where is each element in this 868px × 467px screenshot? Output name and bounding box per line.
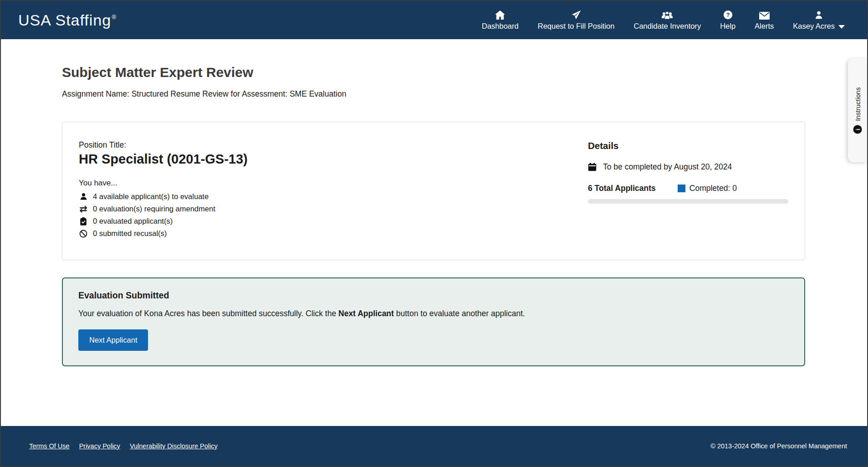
nav-item-dashboard[interactable]: Dashboard: [472, 10, 528, 31]
help-icon: ?: [723, 10, 733, 20]
user-name: Kasey Acres: [793, 22, 835, 31]
vulnerability-disclosure-policy-link[interactable]: Vulnerability Disclosure Policy: [130, 442, 218, 450]
home-icon: [495, 10, 505, 20]
instructions-tab-content: i Instructions: [853, 87, 862, 133]
due-date-text: To be completed by August 20, 2024: [603, 162, 732, 172]
instructions-tab[interactable]: i Instructions: [848, 58, 867, 162]
position-card: Position Title: HR Specialist (0201-GS-1…: [62, 122, 805, 260]
nav-item-help[interactable]: ? Help: [710, 10, 745, 31]
completed-legend-swatch: [678, 185, 685, 192]
details-panel: Details To be completed by August 20, 20…: [588, 140, 788, 240]
stat-submitted-recusals: 0 submitted recusal(s): [79, 227, 588, 240]
footer-links: Terms Of Use Privacy Policy Vulnerabilit…: [29, 442, 218, 450]
applicants-progress-legend: 6 Total Applicants Completed: 0: [588, 184, 788, 193]
usa-staffing-logo[interactable]: USA Staffing®: [18, 11, 117, 29]
position-title-value: HR Specialist (0201-GS-13): [79, 152, 588, 167]
privacy-policy-link[interactable]: Privacy Policy: [79, 442, 120, 450]
details-heading: Details: [588, 140, 788, 151]
alert-message-bold: Next Applicant: [338, 309, 394, 318]
nav-label: Help: [720, 22, 735, 31]
total-applicants-label: 6 Total Applicants: [588, 184, 656, 193]
alert-message: Your evaluation of Kona Acres has been s…: [78, 309, 789, 318]
nav-item-request-to-fill-position[interactable]: Request to Fill Position: [528, 10, 624, 31]
stat-text: 4 available applicant(s) to evaluate: [93, 192, 209, 201]
svg-text:?: ?: [726, 11, 730, 18]
user-menu[interactable]: Kasey Acres: [783, 10, 854, 31]
person-icon: [79, 193, 88, 200]
instructions-tab-label: Instructions: [854, 87, 861, 121]
alert-heading: Evaluation Submitted: [78, 290, 789, 301]
alert-message-end: button to evaluate another applicant.: [394, 309, 525, 318]
stat-available-applicants: 4 available applicant(s) to evaluate: [79, 190, 588, 203]
ban-icon: [79, 230, 88, 238]
paper-plane-icon: [572, 10, 581, 20]
terms-of-use-link[interactable]: Terms Of Use: [29, 442, 70, 450]
stat-evaluated-applicants: 0 evaluated applicant(s): [79, 215, 588, 227]
assignment-name: Assignment Name: Structured Resume Revie…: [62, 89, 805, 99]
stat-text: 0 evaluated applicant(s): [93, 217, 173, 226]
you-have-label: You have...: [79, 179, 588, 188]
chevron-down-icon: [838, 25, 845, 29]
info-icon: i: [853, 125, 862, 133]
nav-label: Request to Fill Position: [538, 22, 615, 31]
completed-count-label: Completed: 0: [689, 184, 737, 193]
exchange-icon: ⇄: [79, 205, 88, 213]
nav-label: Candidate Inventory: [633, 22, 701, 31]
user-icon: [814, 10, 823, 20]
applicant-stats-list: 4 available applicant(s) to evaluate ⇄ 0…: [79, 190, 588, 240]
clipboard-check-icon: [79, 217, 88, 226]
evaluation-submitted-alert: Evaluation Submitted Your evaluation of …: [62, 277, 805, 366]
stat-text: 0 submitted recusal(s): [93, 229, 167, 238]
stat-evaluations-requiring-amendment: ⇄ 0 evaluation(s) requiring amendment: [79, 203, 588, 215]
copyright-text: © 2013-2024 Office of Personnel Manageme…: [710, 442, 847, 450]
main-nav: Dashboard Request to Fill Position: [472, 10, 854, 31]
nav-item-alerts[interactable]: Alerts: [745, 10, 783, 31]
app-window: USA Staffing® Dashboard Request to Fill …: [0, 0, 868, 467]
nav-item-candidate-inventory[interactable]: Candidate Inventory: [624, 10, 710, 31]
alert-message-start: Your evaluation of Kona Acres has been s…: [78, 309, 338, 318]
due-date-row: To be completed by August 20, 2024: [588, 162, 788, 172]
calendar-icon: [588, 163, 597, 171]
nav-label: Dashboard: [482, 22, 519, 31]
registered-mark: ®: [112, 14, 117, 21]
top-navbar: USA Staffing® Dashboard Request to Fill …: [1, 1, 867, 39]
envelope-icon: [759, 10, 770, 20]
main-content: Subject Matter Expert Review Assignment …: [1, 39, 867, 366]
position-info: Position Title: HR Specialist (0201-GS-1…: [79, 140, 588, 240]
next-applicant-button[interactable]: Next Applicant: [78, 329, 148, 351]
nav-label: Alerts: [755, 22, 774, 31]
page-footer: Terms Of Use Privacy Policy Vulnerabilit…: [1, 426, 867, 466]
page-title: Subject Matter Expert Review: [62, 65, 805, 80]
stat-text: 0 evaluation(s) requiring amendment: [93, 205, 215, 213]
position-title-label: Position Title:: [79, 140, 588, 150]
logo-text: USA Staffing: [18, 11, 111, 29]
completion-progress-bar: [588, 199, 788, 204]
users-icon: [661, 10, 674, 20]
